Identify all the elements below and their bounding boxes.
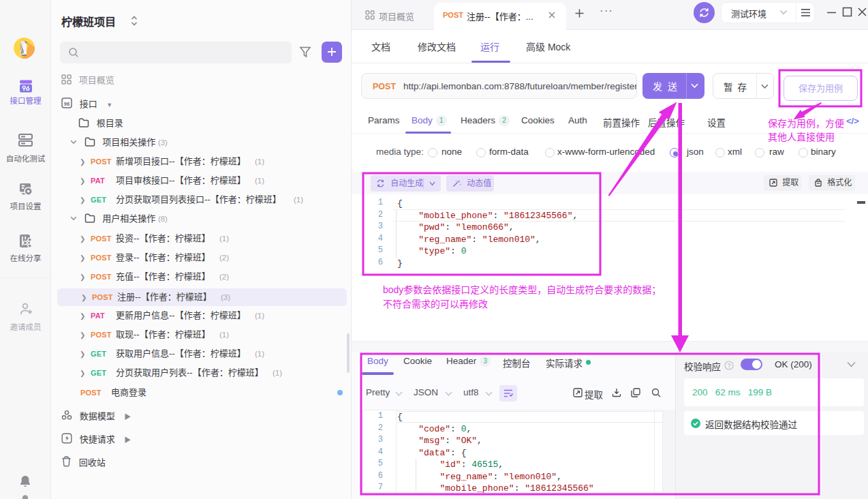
svg-text:96: 96 <box>64 101 69 107</box>
